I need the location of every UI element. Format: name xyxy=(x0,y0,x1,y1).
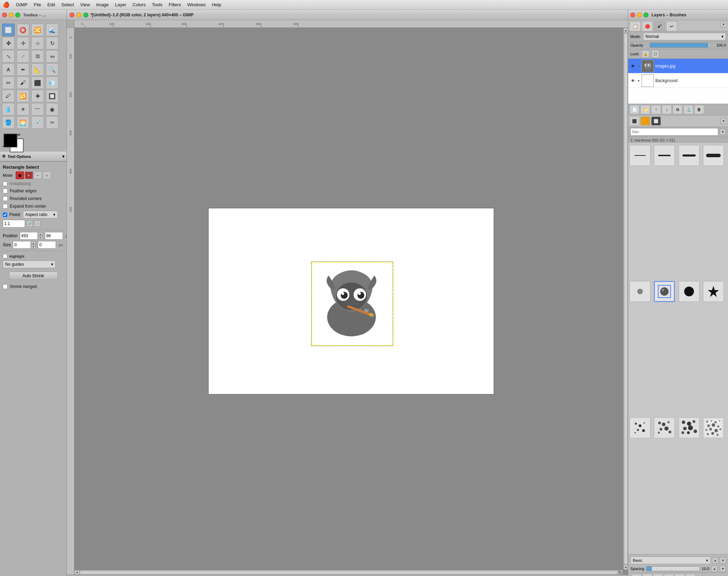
brush-item-10[interactable] xyxy=(654,417,675,438)
menu-edit[interactable]: Edit xyxy=(45,1,58,8)
blur-tool[interactable]: 💧 xyxy=(2,103,15,115)
anchor-layer-btn[interactable]: ⚓ xyxy=(683,105,693,114)
menu-gimp[interactable]: GIMP xyxy=(13,1,30,8)
move-tool[interactable]: ✛ xyxy=(17,37,29,49)
menu-view[interactable]: View xyxy=(78,1,93,8)
brush-item-3[interactable] xyxy=(679,145,699,166)
text-tool[interactable]: A xyxy=(2,63,15,76)
pos-x-up-btn[interactable]: ▴ xyxy=(38,232,43,236)
brush-category-dropdown[interactable]: Basic, ▾ xyxy=(630,557,711,564)
layer-visibility-images[interactable]: 👁 xyxy=(630,63,636,69)
brush-item-6[interactable] xyxy=(654,281,675,302)
shrink-merged-checkbox[interactable] xyxy=(3,284,8,289)
brush-filter-dropdown[interactable]: ▾ xyxy=(720,129,726,135)
menu-filters[interactable]: Filters xyxy=(166,1,184,8)
brush-item-5[interactable] xyxy=(630,281,650,302)
menu-image[interactable]: Image xyxy=(94,1,112,8)
canvas-max-btn[interactable] xyxy=(83,13,88,17)
brush-item-4[interactable] xyxy=(703,145,724,166)
measure-tool[interactable]: 📐 xyxy=(31,63,44,76)
pos-x-input[interactable]: 493 xyxy=(20,232,38,240)
spacing-up-btn[interactable]: ▴ xyxy=(711,566,718,572)
vertical-scrollbar[interactable]: ▴ ▾ xyxy=(623,28,628,570)
clone-tool[interactable]: 🔁 xyxy=(17,90,29,102)
size-w-up-btn[interactable]: ▴ xyxy=(31,241,36,245)
layers-min-btn[interactable] xyxy=(637,13,642,17)
spacing-down-btn[interactable]: ▾ xyxy=(720,566,726,572)
convolve-tool[interactable]: ◉ xyxy=(46,103,58,115)
eraser-tool[interactable]: ⬛ xyxy=(31,77,44,89)
brush-tab-solid[interactable]: ⬜ xyxy=(651,117,661,126)
lower-layer-btn[interactable]: ↓ xyxy=(662,105,672,114)
path-tool[interactable]: ✒ xyxy=(17,63,29,76)
layers-max-btn[interactable] xyxy=(644,13,648,17)
delete-brush-btn[interactable]: 🗑 xyxy=(664,574,674,576)
crop-tool[interactable]: ⊹ xyxy=(31,37,44,49)
layers-close-btn[interactable] xyxy=(630,13,635,17)
iscissors-tool[interactable]: ✂ xyxy=(46,116,58,129)
mode-subtract-btn[interactable]: − xyxy=(34,171,42,179)
menu-windows[interactable]: Windows xyxy=(185,1,209,8)
brush-item-7[interactable] xyxy=(679,281,699,302)
perspective-tool[interactable]: ⧉ xyxy=(31,50,44,63)
scroll-left-btn[interactable]: ◂ xyxy=(74,570,79,575)
rectangle-select-tool[interactable]: ⬜ xyxy=(2,24,15,36)
smudge-tool[interactable]: 〰 xyxy=(31,103,44,115)
airbrush-tool[interactable]: 💨 xyxy=(46,77,58,89)
size-w-down-btn[interactable]: ▾ xyxy=(31,245,36,249)
expand-from-center-checkbox[interactable] xyxy=(3,204,8,209)
scrollbar-thumb-h[interactable] xyxy=(80,571,617,574)
aspect-chain-btn[interactable]: 🔗 xyxy=(26,221,33,227)
maximize-button[interactable] xyxy=(15,13,20,17)
bucket-fill-tool[interactable]: 🪣 xyxy=(2,116,15,129)
brush-item-11[interactable] xyxy=(679,417,699,438)
foreground-color-swatch[interactable] xyxy=(3,134,17,147)
scale-tool[interactable]: ⤡ xyxy=(2,50,15,63)
brush-item-12[interactable] xyxy=(703,417,724,438)
layer-item-background[interactable]: 👁 Background xyxy=(628,73,728,88)
delete-layer-btn[interactable]: 🗑 xyxy=(694,105,704,114)
fixed-checkbox[interactable] xyxy=(3,213,7,217)
aspect-input[interactable]: 1:1 xyxy=(3,220,25,227)
blend-tool[interactable]: 🌅 xyxy=(17,116,29,129)
canvas-min-btn[interactable] xyxy=(76,13,81,17)
canvas-close-btn[interactable] xyxy=(70,13,74,17)
ellipse-select-tool[interactable]: ⭕ xyxy=(17,24,29,36)
brush-tab-menu[interactable]: ▾ xyxy=(720,118,727,124)
horizontal-scrollbar[interactable]: ◂ ▸ ⤡ xyxy=(74,570,623,575)
refresh-brushes-btn[interactable]: ↻ xyxy=(675,574,685,576)
heal-tool[interactable]: ✚ xyxy=(31,90,44,102)
menu-select[interactable]: Select xyxy=(59,1,77,8)
browse-brushes-btn[interactable]: 🔍 xyxy=(686,574,695,576)
duplicate-brush-btn[interactable]: ⧉ xyxy=(653,574,663,576)
auto-shrink-button[interactable]: Auto Shrink xyxy=(9,272,58,280)
tab-layers[interactable]: 📋 xyxy=(630,21,641,31)
new-brush-btn[interactable]: 📄 xyxy=(632,574,641,576)
lock-pixels-btn[interactable]: 🔒 xyxy=(642,50,649,57)
aspect-scroll-btn[interactable]: ↕ xyxy=(34,221,40,227)
rotate-tool[interactable]: ↻ xyxy=(46,37,58,49)
new-layer-group-btn[interactable]: 📁 xyxy=(640,105,650,114)
reset-colors-icon[interactable]: ↩ xyxy=(2,145,5,148)
spacing-slider[interactable] xyxy=(646,566,700,571)
flip-tool[interactable]: ⇔ xyxy=(46,50,58,63)
apple-icon[interactable]: 🍎 xyxy=(3,1,10,8)
paintbrush-tool[interactable]: 🖌 xyxy=(17,77,29,89)
menu-layer[interactable]: Layer xyxy=(112,1,129,8)
layer-mode-dropdown[interactable]: Normal ▾ xyxy=(643,33,726,40)
mode-add-btn[interactable]: + xyxy=(25,171,33,179)
rounded-corners-checkbox[interactable] xyxy=(3,196,8,201)
scroll-down-btn[interactable]: ▾ xyxy=(624,565,628,570)
dodge-tool[interactable]: ☀ xyxy=(17,103,29,115)
tab-brushes[interactable]: 🖌 xyxy=(654,21,665,31)
duplicate-layer-btn[interactable]: ⧉ xyxy=(673,105,682,114)
mode-replace-btn[interactable]: ▣ xyxy=(16,171,24,179)
layer-item-images[interactable]: 👁 images.jpg xyxy=(628,59,728,73)
brush-tab-gradient[interactable]: 🟧 xyxy=(640,117,650,126)
mode-intersect-btn[interactable]: ∩ xyxy=(43,171,51,179)
color-picker-tool[interactable]: 💉 xyxy=(31,116,44,129)
menu-tools[interactable]: Tools xyxy=(149,1,165,8)
shear-tool[interactable]: ⟋ xyxy=(17,50,29,63)
size-w-input[interactable]: 0 xyxy=(13,241,31,249)
raise-layer-btn[interactable]: ↑ xyxy=(651,105,661,114)
